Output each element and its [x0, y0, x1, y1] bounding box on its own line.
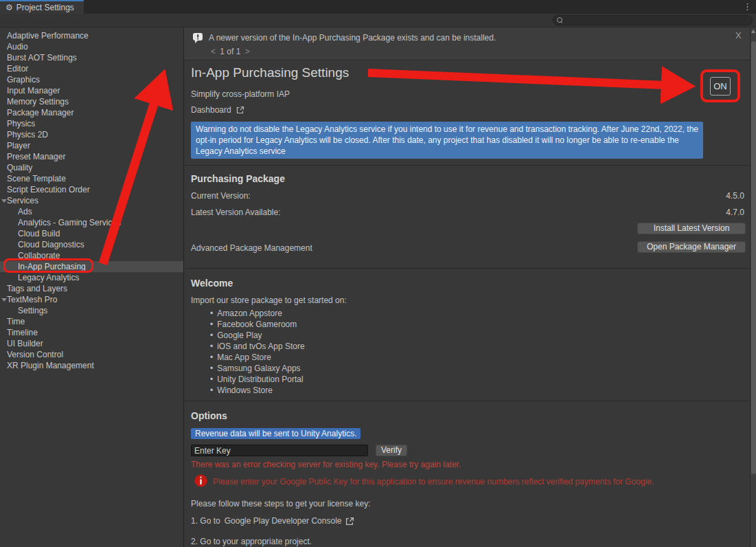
- sidebar-item-scene-template[interactable]: Scene Template: [0, 173, 183, 184]
- verify-button[interactable]: Verify: [376, 445, 407, 456]
- analytics-notice-badge: Revenue data will be sent to Unity Analy…: [191, 428, 360, 439]
- sidebar-item-player[interactable]: Player: [0, 140, 183, 151]
- tab-bar: ⚙ Project Settings ⋮: [0, 0, 756, 14]
- page-title: In-App Purchasing Settings: [191, 65, 349, 80]
- in-app-purchasing-panel: A newer version of the In-App Purchasing…: [184, 27, 750, 547]
- sidebar-item-burst-aot-settings[interactable]: Burst AOT Settings: [0, 52, 183, 63]
- toolbar: [0, 14, 756, 27]
- sidebar-item-ui-builder[interactable]: UI Builder: [0, 338, 183, 349]
- sidebar-item-physics[interactable]: Physics: [0, 118, 183, 129]
- sidebar-item-legacy-analytics[interactable]: Legacy Analytics: [0, 272, 183, 283]
- sidebar-item-in-app-purchasing[interactable]: In-App Purchasing: [0, 261, 183, 272]
- scrollbar-thumb[interactable]: [751, 41, 756, 474]
- sidebar-item-xr-plugin-management[interactable]: XR Plugin Management: [0, 360, 183, 371]
- options-heading: Options: [191, 410, 227, 421]
- sidebar-item-memory-settings[interactable]: Memory Settings: [0, 96, 183, 107]
- service-toggle-on-button[interactable]: ON: [710, 77, 731, 96]
- sidebar-item-preset-manager[interactable]: Preset Manager: [0, 151, 183, 162]
- sidebar-item-cloud-build[interactable]: Cloud Build: [0, 228, 183, 239]
- update-notification-banner: A newer version of the In-App Purchasing…: [184, 27, 750, 60]
- error-info-icon: [194, 474, 207, 490]
- store-list: Amazon Appstore Facebook Gameroom Google…: [210, 308, 305, 396]
- store-list-item: Google Play: [210, 330, 305, 341]
- sidebar-item-input-manager[interactable]: Input Manager: [0, 85, 183, 96]
- gear-icon: ⚙: [5, 3, 13, 12]
- sidebar-item-editor[interactable]: Editor: [0, 63, 183, 74]
- sidebar-item-quality[interactable]: Quality: [0, 162, 183, 173]
- current-version-value: 4.5.0: [726, 191, 744, 201]
- sidebar-item-timeline[interactable]: Timeline: [0, 327, 183, 338]
- banner-pager: < 1 of 1 >: [209, 47, 252, 56]
- pager-count: 1 of 1: [220, 47, 240, 56]
- sidebar-item-time[interactable]: Time: [0, 316, 183, 327]
- google-public-key-notice: Please enter your Google Public Key for …: [213, 477, 735, 487]
- store-list-item: Windows Store: [210, 385, 305, 396]
- sidebar-item-version-control[interactable]: Version Control: [0, 349, 183, 360]
- section-divider: [184, 401, 750, 401]
- sidebar-item-cloud-diagnostics[interactable]: Cloud Diagnostics: [0, 239, 183, 250]
- section-divider: [184, 165, 750, 166]
- console-warning-icon: [192, 32, 204, 47]
- install-latest-version-button[interactable]: Install Latest Version: [637, 223, 746, 234]
- disclosure-triangle-icon[interactable]: [1, 199, 7, 203]
- sidebar-item-graphics[interactable]: Graphics: [0, 74, 183, 85]
- sidebar-item-collaborate[interactable]: Collaborate: [0, 250, 183, 261]
- search-input[interactable]: [553, 15, 753, 25]
- sidebar-item-audio[interactable]: Audio: [0, 41, 183, 52]
- step-1-prefix: 1. Go to: [191, 516, 220, 526]
- open-package-manager-button[interactable]: Open Package Manager: [637, 241, 746, 253]
- store-list-item: Mac App Store: [210, 352, 305, 363]
- latest-version-value: 4.7.0: [726, 208, 744, 217]
- key-check-error-text: There was an error checking server for e…: [191, 460, 461, 469]
- sidebar-item-script-execution-order[interactable]: Script Execution Order: [0, 184, 183, 195]
- welcome-heading: Welcome: [191, 278, 233, 289]
- store-list-item: iOS and tvOs App Store: [210, 341, 305, 352]
- external-link-icon[interactable]: [345, 517, 354, 526]
- tab-project-settings[interactable]: ⚙ Project Settings: [0, 0, 84, 14]
- store-list-item: Samsung Galaxy Apps: [210, 363, 305, 374]
- vertical-scrollbar[interactable]: [750, 27, 756, 547]
- sidebar-item-analytics-gaming-services[interactable]: Analytics - Gaming Services: [0, 217, 183, 228]
- current-version-label: Current Version:: [191, 191, 251, 201]
- sidebar-item-tags-and-layers[interactable]: Tags and Layers: [0, 283, 183, 294]
- subtitle: Simplify cross-platform IAP: [191, 89, 290, 99]
- step-1: 1. Go to Google Play Developer Console: [191, 516, 354, 526]
- pager-next-icon[interactable]: >: [243, 47, 252, 56]
- welcome-intro: Import our store package to get started …: [191, 295, 347, 305]
- legacy-analytics-warning: Warning do not disable the Legacy Analyt…: [191, 122, 703, 159]
- advanced-package-management-label: Advanced Package Management: [191, 243, 312, 253]
- store-list-item: Unity Distribution Portal: [210, 374, 305, 385]
- project-settings-window: ⚙ Project Settings ⋮ Adaptive Performanc…: [0, 0, 756, 547]
- sidebar-item-package-manager[interactable]: Package Manager: [0, 107, 183, 118]
- tab-title: Project Settings: [16, 3, 74, 12]
- purchasing-package-heading: Purchasing Package: [191, 173, 285, 184]
- sidebar-item-physics-2d[interactable]: Physics 2D: [0, 129, 183, 140]
- disclosure-triangle-icon[interactable]: [1, 298, 7, 302]
- banner-close-icon[interactable]: X: [735, 30, 742, 41]
- store-list-item: Amazon Appstore: [210, 308, 305, 319]
- google-play-console-link[interactable]: Google Play Developer Console: [225, 516, 342, 526]
- sidebar-item-services[interactable]: Services: [0, 195, 183, 206]
- sidebar-item-textmesh-settings[interactable]: Settings: [0, 305, 183, 316]
- step-2: 2. Go to your appropriate project.: [191, 537, 312, 546]
- sidebar-item-label: TextMesh Pro: [7, 295, 57, 304]
- kebab-menu-icon[interactable]: ⋮: [743, 1, 752, 13]
- sidebar-item-label: Services: [7, 196, 38, 205]
- dashboard-label: Dashboard: [191, 105, 231, 115]
- sidebar-item-textmesh-pro[interactable]: TextMesh Pro: [0, 294, 183, 305]
- search-icon: [557, 17, 563, 23]
- settings-category-list: Adaptive Performance Audio Burst AOT Set…: [0, 27, 183, 547]
- section-divider: [184, 268, 750, 269]
- sidebar-item-ads[interactable]: Ads: [0, 206, 183, 217]
- sidebar-item-adaptive-performance[interactable]: Adaptive Performance: [0, 30, 183, 41]
- latest-version-label: Latest Version Available:: [191, 208, 281, 217]
- dashboard-link[interactable]: Dashboard: [191, 105, 244, 115]
- banner-message: A newer version of the In-App Purchasing…: [209, 33, 496, 43]
- store-list-item: Facebook Gameroom: [210, 319, 305, 330]
- scrollbar-up-arrow-icon[interactable]: [751, 30, 755, 33]
- external-link-icon: [236, 106, 244, 114]
- steps-intro: Please follow these steps to get your li…: [191, 499, 370, 509]
- pager-prev-icon[interactable]: <: [209, 47, 218, 56]
- license-key-input[interactable]: [191, 445, 368, 456]
